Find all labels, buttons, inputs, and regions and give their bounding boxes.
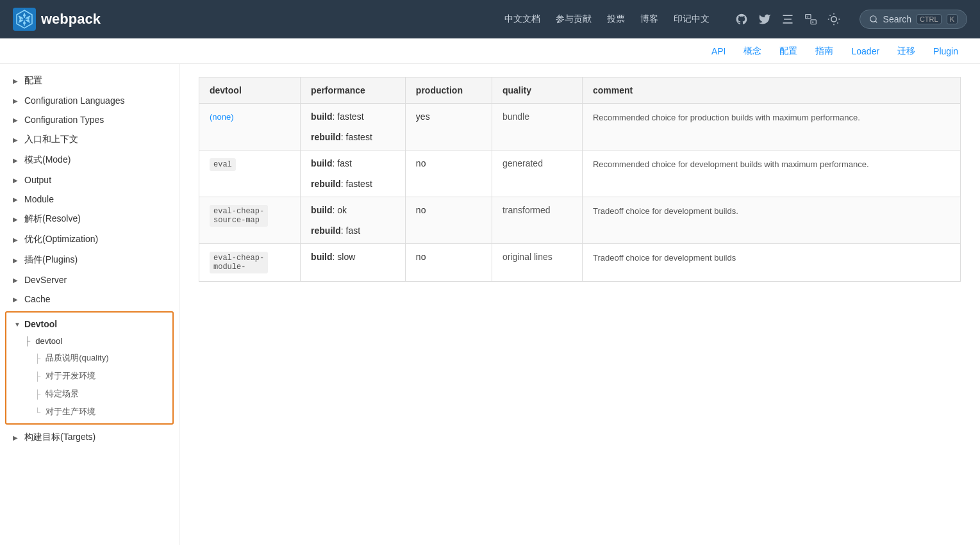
sub-nav-loader[interactable]: Loader — [849, 40, 882, 63]
svg-text:文: 文 — [806, 15, 809, 19]
sidebar-grandchild-dev[interactable]: ├ 对于开发环境 — [6, 367, 172, 385]
sidebar-section-label: Devtool — [24, 319, 57, 329]
search-button[interactable]: Search CTRL K — [860, 10, 967, 29]
top-navbar: webpack 中文文档 参与贡献 投票 博客 印记中文 文 A — [0, 0, 980, 38]
chevron-right-icon: ▶ — [13, 296, 18, 303]
svg-point-10 — [23, 22, 26, 24]
sidebar-item-targets[interactable]: ▶ 构建目标(Targets) — [0, 427, 179, 448]
nav-link-contribute[interactable]: 参与贡献 — [556, 13, 592, 25]
sidebar-grandchild-label: 对于生产环境 — [46, 406, 96, 418]
sidebar-label-mode: 模式(Mode) — [24, 154, 71, 166]
sidebar-item-entry[interactable]: ▶ 入口和上下文 — [0, 129, 179, 150]
cell-devtool-none: (none) — [199, 104, 301, 150]
cell-devtool-eval: eval — [199, 150, 301, 197]
tree-line-icon: ├ — [24, 336, 30, 346]
sub-nav-plugin[interactable]: Plugin — [931, 40, 961, 63]
cell-devtool-eval-cheap: eval-cheap-source-map — [199, 197, 301, 244]
build-info: build: slow — [311, 252, 395, 262]
sub-nav-config[interactable]: 配置 — [777, 39, 800, 63]
cell-quality-none: bundle — [492, 104, 582, 150]
chevron-right-icon: ▶ — [13, 277, 18, 284]
search-label: Search — [883, 14, 911, 24]
sidebar-grandchild-prod[interactable]: └ 对于生产环境 — [6, 403, 172, 421]
svg-point-26 — [870, 16, 876, 22]
chevron-down-icon: ▼ — [14, 321, 21, 328]
sidebar-grandchild-scene[interactable]: ├ 特定场景 — [6, 385, 172, 403]
sidebar-label-devserver: DevServer — [24, 275, 67, 285]
sidebar-child-devtool[interactable]: ├ devtool — [6, 333, 172, 349]
cell-quality-eval: generated — [492, 150, 582, 197]
rebuild-info: rebuild: fastest — [311, 179, 395, 189]
svg-point-13 — [19, 17, 22, 19]
nav-link-chinese-docs[interactable]: 中文文档 — [504, 13, 540, 25]
sidebar-grandchild-label: 特定场景 — [46, 388, 79, 400]
chevron-right-icon: ▶ — [13, 196, 18, 203]
svg-point-11 — [27, 17, 29, 19]
nav-link-yinjizhongwen[interactable]: 印记中文 — [674, 13, 710, 25]
sidebar-item-cache[interactable]: ▶ Cache — [0, 289, 179, 309]
sidebar-item-output[interactable]: ▶ Output — [0, 170, 179, 190]
tree-line-icon: ├ — [35, 354, 40, 363]
sidebar-item-config-types[interactable]: ▶ Configuration Types — [0, 110, 179, 129]
sidebar-active-section: ▼ Devtool ├ devtool ├ 品质说明(quality) ├ 对于… — [5, 311, 174, 425]
sidebar-section-devtool[interactable]: ▼ Devtool — [6, 315, 172, 333]
nav-link-vote[interactable]: 投票 — [607, 13, 625, 25]
sidebar-label-optimization: 优化(Optimization) — [24, 234, 98, 245]
table-row: (none) build: fastest rebuild: fastest y… — [199, 104, 961, 150]
chevron-right-icon: ▶ — [13, 157, 18, 164]
search-kbd2: K — [947, 14, 958, 24]
devtool-code-value: eval-cheap-module- — [210, 252, 268, 273]
sidebar-label-module: Module — [24, 194, 54, 204]
sidebar-item-resolve[interactable]: ▶ 解析(Resolve) — [0, 209, 179, 229]
chevron-right-icon: ▶ — [13, 97, 18, 104]
cell-comment-eval-module: Tradeoff choice for development builds — [582, 244, 960, 282]
sub-nav-api[interactable]: API — [709, 40, 729, 63]
twitter-icon[interactable] — [758, 13, 771, 26]
sidebar-label-targets: 构建目标(Targets) — [24, 432, 96, 443]
devtool-code-value: eval-cheap-source-map — [210, 205, 268, 227]
sidebar-grandchild-quality[interactable]: ├ 品质说明(quality) — [6, 349, 172, 367]
sidebar-label-output: Output — [24, 175, 51, 185]
rebuild-info: rebuild: fastest — [311, 132, 395, 142]
cell-performance-eval-module: build: slow — [301, 244, 406, 282]
chevron-right-icon: ▶ — [13, 257, 18, 264]
nav-link-blog[interactable]: 博客 — [640, 13, 658, 25]
theme-toggle-icon[interactable] — [827, 13, 840, 26]
logo-text: webpack — [41, 11, 101, 28]
cell-quality-eval-cheap: transformed — [492, 197, 582, 244]
svg-line-27 — [875, 21, 877, 23]
devtool-table: devtool performance production quality c… — [199, 77, 961, 282]
sidebar-child-label: devtool — [35, 336, 62, 346]
tree-line-icon: └ — [35, 407, 40, 417]
tree-line-icon: ├ — [35, 389, 40, 399]
sidebar-item-devserver[interactable]: ▶ DevServer — [0, 270, 179, 289]
cell-comment-none: Recommended choice for production builds… — [582, 104, 960, 150]
chevron-right-icon: ▶ — [13, 177, 18, 184]
logo-link[interactable]: webpack — [13, 8, 101, 31]
sidebar-item-plugins[interactable]: ▶ 插件(Plugins) — [0, 250, 179, 270]
chevron-right-icon: ▶ — [13, 236, 18, 243]
sidebar-item-module[interactable]: ▶ Module — [0, 190, 179, 209]
search-kbd1: CTRL — [917, 14, 942, 24]
cell-quality-eval-module: original lines — [492, 244, 582, 282]
sub-nav-concept[interactable]: 概念 — [741, 39, 764, 63]
sidebar-item-mode[interactable]: ▶ 模式(Mode) — [0, 150, 179, 170]
sub-nav-guide[interactable]: 指南 — [813, 39, 836, 63]
svg-text:A: A — [811, 20, 813, 24]
github-icon[interactable] — [735, 13, 748, 26]
table-row: eval-cheap-source-map build: ok rebuild:… — [199, 197, 961, 244]
svg-point-12 — [27, 19, 29, 22]
devtool-value: (none) — [210, 112, 234, 122]
sidebar-grandchild-label: 对于开发环境 — [46, 370, 96, 382]
sidebar-item-config-lang[interactable]: ▶ Configuration Languages — [0, 91, 179, 110]
chevron-right-icon: ▶ — [13, 136, 18, 143]
stack-icon[interactable] — [781, 13, 794, 26]
tree-line-icon: ├ — [35, 371, 40, 381]
sidebar-item-config[interactable]: ▶ 配置 — [0, 70, 179, 91]
main-content: devtool performance production quality c… — [179, 64, 980, 545]
sidebar-item-optimization[interactable]: ▶ 优化(Optimization) — [0, 229, 179, 250]
translate-icon[interactable]: 文 A — [804, 13, 817, 26]
cell-comment-eval-cheap: Tradeoff choice for development builds. — [582, 197, 960, 244]
sub-nav-migrate[interactable]: 迁移 — [895, 39, 918, 63]
navbar-icon-links: 文 A — [735, 13, 840, 26]
